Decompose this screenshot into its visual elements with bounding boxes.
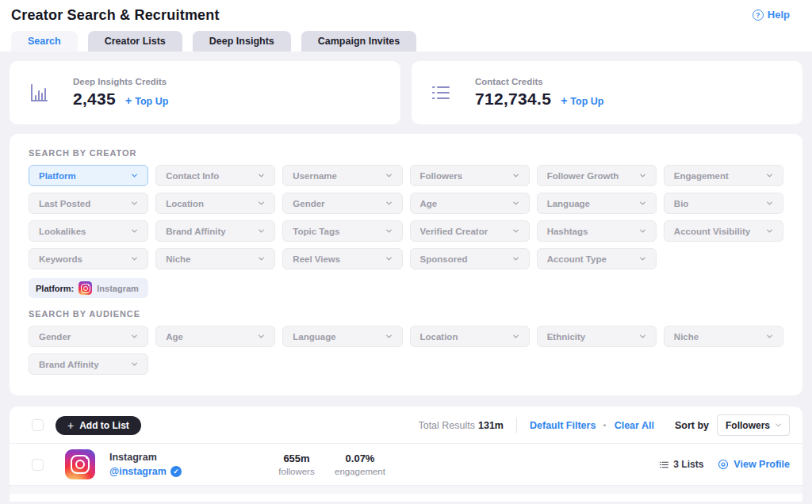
- filter-dropdown-reel-views[interactable]: Reel Views: [282, 248, 402, 269]
- filter-dropdown-bio[interactable]: Bio: [664, 193, 783, 214]
- filter-label: Reel Views: [293, 254, 340, 264]
- filter-dropdown-verified-creator[interactable]: Verified Creator: [410, 220, 530, 242]
- tab-deep-insights[interactable]: Deep Insights: [193, 31, 291, 52]
- credit-label: Contact Credits: [475, 77, 603, 86]
- applied-filters-row: Platform: Instagram: [29, 278, 793, 298]
- chevron-down-icon: [130, 171, 139, 180]
- filter-label: Language: [547, 199, 590, 208]
- filter-dropdown-followers[interactable]: Followers: [410, 165, 530, 186]
- chevron-down-icon: [511, 254, 520, 263]
- sort-by-label: Sort by: [675, 420, 709, 431]
- chevron-down-icon: [638, 227, 647, 235]
- filter-dropdown-last-posted[interactable]: Last Posted: [29, 193, 148, 214]
- question-mark-icon: ?: [753, 10, 764, 21]
- filter-dropdown-platform[interactable]: Platform: [29, 165, 148, 186]
- tab-creator-lists[interactable]: Creator Lists: [88, 31, 182, 52]
- chevron-down-icon: [511, 171, 520, 180]
- dot-separator: ·: [603, 418, 607, 433]
- help-link[interactable]: ? Help: [753, 9, 790, 21]
- chevron-down-icon: [638, 254, 647, 263]
- filter-dropdown-lookalikes[interactable]: Lookalikes: [29, 220, 148, 242]
- creator-handle-link[interactable]: @instagram ✓: [109, 466, 265, 477]
- filter-dropdown-gender[interactable]: Gender: [29, 326, 148, 347]
- instagram-logo-icon: [65, 449, 95, 479]
- default-filters-link[interactable]: Default Filters: [530, 420, 596, 431]
- row-actions: 3 Lists View Profile: [659, 459, 790, 470]
- engagement-stat: 0.07% engagement: [328, 452, 392, 476]
- filter-label: Sponsored: [420, 254, 468, 264]
- sort-select[interactable]: Followers: [717, 414, 790, 436]
- top-up-label: Top Up: [570, 96, 603, 107]
- creator-filter-grid: PlatformContact InfoUsernameFollowersFol…: [19, 165, 793, 269]
- filter-dropdown-ethnicity[interactable]: Ethnicity: [537, 326, 657, 347]
- chevron-down-icon: [511, 227, 520, 235]
- filter-dropdown-hashtags[interactable]: Hashtags: [537, 220, 657, 242]
- filter-label: Gender: [293, 199, 324, 208]
- chevron-down-icon: [130, 199, 139, 208]
- clear-all-link[interactable]: Clear All: [615, 420, 654, 431]
- chevron-down-icon: [257, 171, 266, 180]
- content-area: Deep Insights Credits 2,435 + Top Up: [0, 52, 812, 504]
- chevron-down-icon: [638, 171, 647, 180]
- filter-dropdown-age[interactable]: Age: [410, 193, 530, 214]
- row-checkbox[interactable]: [32, 459, 44, 471]
- view-profile-link[interactable]: View Profile: [718, 459, 790, 470]
- list-icon: [659, 460, 669, 470]
- credits-row: Deep Insights Credits 2,435 + Top Up: [10, 61, 802, 124]
- chevron-down-icon: [130, 332, 139, 341]
- top-up-link[interactable]: + Top Up: [125, 94, 168, 107]
- results-panel: + Add to List Total Results131m Default …: [10, 407, 802, 502]
- filter-label: Age: [166, 332, 183, 342]
- chevron-down-icon: [385, 171, 393, 180]
- filter-label: Bio: [674, 199, 689, 208]
- lists-link[interactable]: 3 Lists: [659, 459, 703, 470]
- filter-label: Engagement: [674, 171, 729, 181]
- filter-dropdown-niche[interactable]: Niche: [664, 326, 783, 347]
- filter-dropdown-follower-growth[interactable]: Follower Growth: [537, 165, 657, 186]
- filter-dropdown-contact-info[interactable]: Contact Info: [155, 165, 275, 186]
- plus-icon: +: [561, 94, 567, 107]
- chip-value: Instagram: [97, 284, 139, 293]
- filter-dropdown-gender[interactable]: Gender: [282, 193, 402, 214]
- chevron-down-icon: [130, 360, 139, 368]
- chevron-down-icon: [130, 227, 139, 235]
- tab-search[interactable]: Search: [11, 31, 78, 52]
- filter-dropdown-age[interactable]: Age: [155, 326, 275, 347]
- filter-dropdown-location[interactable]: Location: [410, 326, 530, 347]
- followers-value: 655m: [265, 452, 328, 464]
- filter-dropdown-brand-affinity[interactable]: Brand Affinity: [29, 353, 148, 375]
- filter-label: Age: [420, 199, 438, 208]
- filter-dropdown-sponsored[interactable]: Sponsored: [410, 248, 530, 269]
- chevron-down-icon: [257, 199, 266, 208]
- filter-dropdown-language[interactable]: Language: [282, 326, 402, 347]
- add-to-list-button[interactable]: + Add to List: [56, 416, 141, 435]
- filter-label: Hashtags: [547, 227, 588, 236]
- filter-dropdown-account-visibility[interactable]: Account Visibility: [664, 220, 783, 242]
- filter-dropdown-keywords[interactable]: Keywords: [29, 248, 148, 269]
- filter-dropdown-location[interactable]: Location: [155, 193, 275, 214]
- top-up-link[interactable]: + Top Up: [561, 94, 603, 107]
- followers-label: followers: [265, 467, 328, 476]
- filter-label: Brand Affinity: [39, 360, 99, 369]
- filter-dropdown-account-type[interactable]: Account Type: [537, 248, 657, 269]
- total-results: Total Results131m: [418, 420, 504, 431]
- result-row[interactable]: Instagram @instagram ✓ 655m followers 0.…: [10, 444, 802, 485]
- page-header: Creator Search & Recruitment ? Help Sear…: [0, 0, 812, 52]
- filter-dropdown-username[interactable]: Username: [282, 165, 402, 186]
- instagram-icon: [79, 281, 92, 295]
- filter-dropdown-brand-affinity[interactable]: Brand Affinity: [155, 220, 275, 242]
- tab-campaign-invites[interactable]: Campaign Invites: [301, 31, 417, 52]
- filter-label: Niche: [166, 254, 190, 264]
- select-all-checkbox[interactable]: [32, 419, 44, 431]
- results-toolbar: + Add to List Total Results131m Default …: [10, 407, 802, 443]
- filter-label: Language: [293, 332, 335, 342]
- platform-filter-chip[interactable]: Platform: Instagram: [29, 278, 148, 298]
- filter-dropdown-engagement[interactable]: Engagement: [664, 165, 783, 186]
- lists-label: 3 Lists: [673, 459, 703, 470]
- tab-bar: SearchCreator ListsDeep InsightsCampaign…: [11, 31, 801, 52]
- eye-icon: [718, 459, 729, 470]
- filter-dropdown-language[interactable]: Language: [537, 193, 657, 214]
- chip-label: Platform:: [36, 284, 74, 293]
- filter-dropdown-topic-tags[interactable]: Topic Tags: [282, 220, 402, 242]
- filter-dropdown-niche[interactable]: Niche: [155, 248, 275, 269]
